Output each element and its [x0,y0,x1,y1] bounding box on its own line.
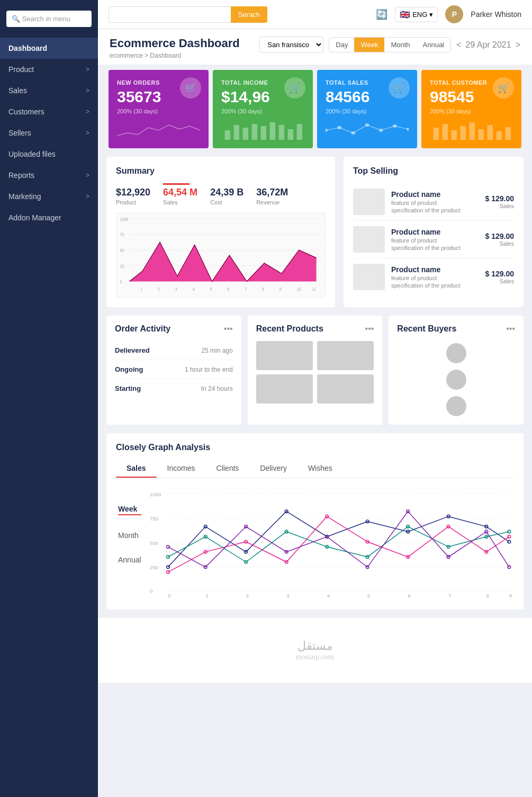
price-label: Sales [485,240,515,247]
svg-text:0: 0 [120,280,123,285]
product-name: Product name [391,190,479,199]
svg-text:2: 2 [158,287,160,292]
graph-analysis-card: Closely Graph Analysis Sales Incomes Cli… [106,433,524,610]
location-select[interactable]: San fransisco [259,37,323,53]
svg-text:75: 75 [120,232,125,238]
summary-topselling-row: Summary $12,920 Product 64,54 M Sales 24… [106,157,524,307]
language-selector[interactable]: 🇬🇧 ENG ▾ [395,7,438,22]
product-price: $ 129.00 Sales [485,270,515,284]
graph-tab-wishes[interactable]: Wishes [297,460,343,478]
svg-marker-35 [130,242,317,281]
chevron-right-icon: > [86,193,89,200]
sidebar-item-marketing[interactable]: Marketing > [0,186,98,207]
activity-time: 25 min ago [201,347,232,354]
sidebar-item-addon-manager[interactable]: Addon Manager [0,207,98,228]
footer-area: مستقل mostaqi.com [98,618,532,683]
chevron-right-icon: > [86,108,89,115]
graph-tab-clients[interactable]: Clients [206,460,250,478]
stat-card-total-sales: TOTAL SALES 84566 200% (30 days) 🛒 [317,70,417,148]
product-spec: specification of the product [391,282,479,289]
svg-point-12 [365,123,369,127]
more-options-button[interactable]: ••• [365,324,374,334]
tab-annual[interactable]: Annual [417,38,450,52]
svg-rect-18 [452,130,457,140]
stat-cost: 24,39 B Cost [210,187,244,205]
svg-text:5: 5 [210,287,212,292]
svg-point-77 [166,556,169,559]
sales-underline [163,183,190,185]
svg-text:1: 1 [140,287,143,292]
sidebar-item-uploaded-files[interactable]: Uploaded files [0,144,98,165]
sidebar-search[interactable]: 🔍 Search in menu [6,11,92,27]
product-name: Product name [391,228,479,236]
tab-day[interactable]: Day [329,38,354,52]
more-options-button[interactable]: ••• [506,324,515,334]
product-spec: specification of the product [391,245,479,251]
sidebar-item-product[interactable]: Product > [0,59,98,80]
dashboard-header: Ecommerce Dashboard ecommerce > Dashboar… [98,29,532,65]
product-label: Product [116,199,150,205]
summary-card: Summary $12,920 Product 64,54 M Sales 24… [106,157,335,307]
graph-tab-delivery[interactable]: Delivery [249,460,297,478]
activity-label: Starting [115,384,141,392]
svg-text:11: 11 [312,287,317,292]
svg-text:6: 6 [408,593,410,598]
svg-text:7: 7 [448,593,451,598]
next-date-button[interactable]: > [516,40,520,50]
stat-sub: 200% (30 days) [430,108,513,114]
svg-rect-6 [279,125,284,140]
product-spec: specification of the product [391,207,479,213]
stat-sparkline [221,120,304,141]
stat-product: $12,920 Product [116,187,150,205]
sidebar-item-sales[interactable]: Sales > [0,80,98,101]
product-thumbnail [353,189,385,215]
activity-row-delivered: Delievered 25 min ago [115,341,233,360]
svg-text:2: 2 [246,593,248,598]
product-tile [317,341,374,370]
sidebar-item-customers[interactable]: Customers > [0,101,98,122]
product-price: $ 129.00 Sales [485,232,515,247]
product-value: $12,920 [116,187,150,198]
stat-card-total-income: TOTAL INCOME $14,96 200% (30 days) 🛒 [213,70,313,148]
product-info: Product name feature of product specific… [391,190,479,213]
sidebar-item-reports[interactable]: Reports > [0,165,98,186]
activity-row-ongoing: Ongoing 1 hour to the end [115,360,233,379]
watermark: مستقل mostaqi.com [296,639,334,661]
sales-value: 64,54 M [163,187,197,198]
recent-buyers-card: Recent Buyers ••• [389,316,524,425]
graph-svg-wrap: 1000 750 500 250 0 0 1 2 3 4 [150,483,514,600]
activity-time: In 24 hours [201,385,233,392]
prev-date-button[interactable]: < [456,40,461,50]
graph-title: Closely Graph Analysis [116,443,514,452]
period-month[interactable]: Month [118,531,141,540]
svg-rect-5 [270,122,275,140]
period-tabs: Day Week Month Annual [329,37,451,52]
stat-icon: 🛒 [389,77,410,98]
breadcrumb: ecommerce > Dashboard [110,52,240,59]
refresh-icon[interactable]: 🔄 [376,8,387,20]
svg-text:100k: 100k [120,217,129,222]
svg-rect-17 [443,124,448,140]
order-activity-title: Order Activity [115,324,170,334]
stat-sparkline [326,120,409,141]
sidebar-item-dashboard[interactable]: Dashboard [0,38,98,59]
period-annual[interactable]: Annual [118,556,141,564]
buyer-avatar [446,396,466,416]
topbar-search-input[interactable] [109,6,231,23]
svg-rect-4 [261,126,266,140]
topbar-search-button[interactable]: Serach [231,6,267,23]
tab-month[interactable]: Month [384,38,416,52]
graph-tab-sales[interactable]: Sales [116,460,157,478]
graph-tab-incomes[interactable]: Incomes [157,460,206,478]
more-options-button[interactable]: ••• [224,324,233,334]
chevron-down-icon: ▾ [429,11,433,19]
product-info: Product name feature of product specific… [391,265,479,289]
svg-text:50: 50 [120,248,125,253]
svg-point-9 [326,129,328,132]
stat-sub: 200% (30 days) [326,108,409,114]
tab-week[interactable]: Week [354,38,384,52]
chevron-right-icon: > [86,87,89,94]
svg-text:8: 8 [486,593,489,598]
sidebar-item-sellers[interactable]: Sellers > [0,122,98,144]
period-week[interactable]: Week [118,505,141,515]
